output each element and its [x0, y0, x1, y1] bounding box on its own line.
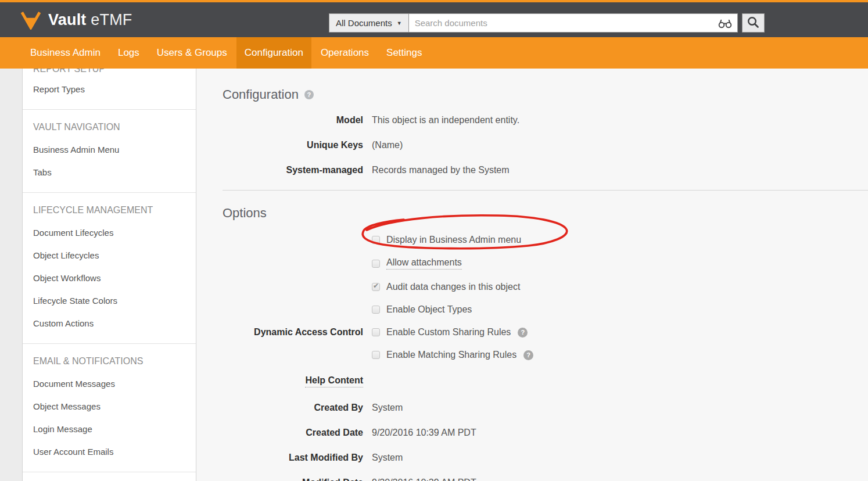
option-row-display-in-business-admin-menu: Display in Business Admin menu	[223, 235, 868, 245]
veeva-v-icon	[20, 10, 42, 30]
chevron-down-icon: ▼	[397, 20, 402, 26]
field-row-system-managed: System-managed Records managed by the Sy…	[223, 165, 868, 175]
checkbox-label: Audit data changes in this object	[386, 282, 520, 292]
sidebar-item-lifecycle-state-colors[interactable]: Lifecycle State Colors	[33, 289, 185, 312]
search-scope-label: All Documents	[336, 18, 392, 28]
field-row-unique-keys: Unique Keys (Name)	[223, 140, 868, 150]
help-content-label[interactable]: Help Content	[305, 375, 363, 387]
sidebar-item-user-account-emails[interactable]: User Account Emails	[33, 440, 185, 463]
sidebar-item-report-types[interactable]: Report Types	[33, 78, 185, 100]
search-scope-dropdown[interactable]: All Documents ▼	[329, 13, 409, 33]
sidebar-item-tabs[interactable]: Tabs	[33, 161, 185, 184]
help-icon[interactable]: ?	[304, 90, 314, 99]
sidebar-item-document-messages[interactable]: Document Messages	[33, 372, 185, 395]
field-row-modified-date: Modified Date 9/20/2016 10:39 AM PDT	[223, 478, 868, 481]
field-label: Model	[223, 115, 363, 125]
field-label: Created Date	[223, 428, 363, 438]
app-title-bold: Vault	[48, 11, 87, 28]
checkbox-audit-data-changes[interactable]	[372, 283, 380, 291]
sidebar-item-document-lifecycles[interactable]: Document Lifecycles	[33, 221, 185, 244]
tab-configuration[interactable]: Configuration	[236, 37, 311, 69]
sidebar-header-email-notifications: EMAIL & NOTIFICATIONS	[33, 351, 185, 372]
tab-logs[interactable]: Logs	[110, 37, 148, 69]
section-divider	[223, 190, 868, 191]
sidebar-section-vault-navigation: VAULT NAVIGATION Business Admin Menu Tab…	[23, 110, 196, 193]
left-gutter	[0, 69, 22, 481]
field-row-last-modified-by: Last Modified By System	[223, 453, 868, 463]
app-title-light: eTMF	[91, 11, 132, 28]
page-title: Configuration	[223, 87, 299, 102]
field-row-created-date: Created Date 9/20/2016 10:39 AM PDT	[223, 428, 868, 438]
binoculars-icon[interactable]	[718, 18, 733, 31]
field-value: 9/20/2016 10:39 AM PDT	[372, 428, 476, 438]
app-title: Vault eTMF	[48, 11, 132, 29]
checkbox-allow-attachments[interactable]	[372, 260, 380, 268]
help-content-row: Help Content	[223, 375, 868, 387]
checkbox-label: Enable Matching Sharing Rules	[386, 350, 517, 360]
sidebar-section-report-setup: REPORT SETUP Report Types	[23, 69, 196, 110]
sidebar-item-login-message[interactable]: Login Message	[33, 418, 185, 440]
field-value: This object is an independent entity.	[372, 115, 519, 125]
checkbox-enable-custom-sharing-rules[interactable]	[372, 328, 380, 336]
content-area: REPORT SETUP Report Types VAULT NAVIGATI…	[0, 69, 868, 481]
help-icon[interactable]: ?	[518, 328, 528, 338]
configuration-fields: Model This object is an independent enti…	[223, 115, 868, 175]
sidebar-section-email-notifications: EMAIL & NOTIFICATIONS Document Messages …	[23, 344, 196, 472]
sidebar: REPORT SETUP Report Types VAULT NAVIGATI…	[22, 69, 196, 481]
sidebar-section-lifecycle-management: LIFECYCLE MANAGEMENT Document Lifecycles…	[23, 193, 196, 344]
field-label: System-managed	[223, 165, 363, 175]
option-row-enable-object-types: Enable Object Types	[223, 304, 868, 315]
checkbox-display-in-business-admin-menu[interactable]	[372, 236, 380, 244]
sidebar-header-lifecycle-management: LIFECYCLE MANAGEMENT	[33, 200, 185, 221]
help-content-label-cell: Help Content	[223, 375, 363, 387]
options-title: Options	[223, 206, 868, 221]
sidebar-item-business-admin-menu[interactable]: Business Admin Menu	[33, 138, 185, 161]
tab-settings[interactable]: Settings	[378, 37, 430, 69]
page-title-row: Configuration ?	[223, 87, 868, 102]
checkbox-enable-matching-sharing-rules[interactable]	[372, 351, 380, 359]
help-icon[interactable]: ?	[523, 350, 533, 360]
search-input[interactable]	[409, 13, 738, 33]
option-row-allow-attachments: Allow attachments	[223, 257, 868, 270]
field-label: Unique Keys	[223, 140, 363, 150]
field-row-model: Model This object is an independent enti…	[223, 115, 868, 125]
sidebar-header-report-setup: REPORT SETUP	[33, 69, 185, 78]
checkbox-label: Enable Custom Sharing Rules	[386, 327, 511, 338]
sidebar-item-object-messages[interactable]: Object Messages	[33, 395, 185, 418]
top-bar: Vault eTMF All Documents ▼	[0, 2, 868, 37]
option-row-audit-data-changes: Audit data changes in this object	[223, 282, 868, 292]
tab-operations[interactable]: Operations	[313, 37, 377, 69]
sidebar-item-object-workflows[interactable]: Object Workflows	[33, 267, 185, 289]
options-block: Display in Business Admin menu Allow att…	[223, 235, 868, 387]
field-value: (Name)	[372, 140, 403, 150]
field-label: Last Modified By	[223, 453, 363, 463]
checkbox-enable-object-types[interactable]	[372, 306, 380, 314]
sidebar-header-vault-navigation: VAULT NAVIGATION	[33, 117, 185, 138]
search-box	[409, 13, 738, 33]
tab-business-admin[interactable]: Business Admin	[22, 37, 109, 69]
option-row-enable-matching-sharing-rules: Enable Matching Sharing Rules ?	[223, 350, 868, 360]
field-value: 9/20/2016 10:39 AM PDT	[372, 478, 476, 481]
field-value: System	[372, 453, 403, 463]
dynamic-access-control-label: Dynamic Access Control	[223, 327, 363, 338]
field-label: Created By	[223, 403, 363, 413]
audit-fields: Created By System Created Date 9/20/2016…	[223, 403, 868, 481]
option-row-enable-custom-sharing-rules: Dynamic Access Control Enable Custom Sha…	[223, 327, 868, 338]
checkbox-label[interactable]: Allow attachments	[386, 257, 462, 270]
main-panel: Configuration ? Model This object is an …	[196, 69, 868, 481]
search-icon	[747, 16, 759, 31]
search-bar: All Documents ▼	[329, 13, 765, 33]
sidebar-item-custom-actions[interactable]: Custom Actions	[33, 312, 185, 335]
admin-nav-bar: Business Admin Logs Users & Groups Confi…	[0, 37, 868, 69]
field-value: System	[372, 403, 403, 413]
field-row-created-by: Created By System	[223, 403, 868, 413]
search-button[interactable]	[742, 13, 765, 33]
field-label: Modified Date	[223, 478, 363, 481]
field-value: Records managed by the System	[372, 165, 510, 175]
tab-users-groups[interactable]: Users & Groups	[149, 37, 235, 69]
checkbox-label: Enable Object Types	[386, 304, 472, 315]
checkbox-label: Display in Business Admin menu	[386, 235, 521, 245]
vault-logo[interactable]: Vault eTMF	[20, 10, 132, 30]
sidebar-item-object-lifecycles[interactable]: Object Lifecycles	[33, 244, 185, 267]
